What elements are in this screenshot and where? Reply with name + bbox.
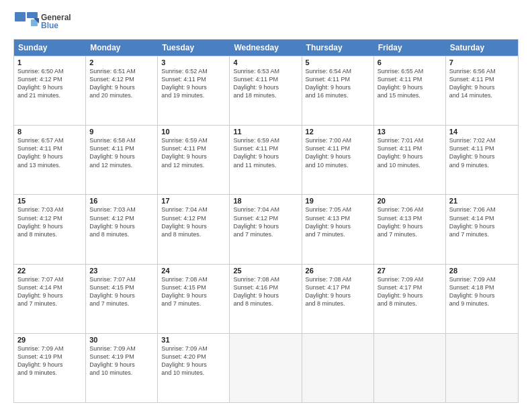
day-info: Sunrise: 6:57 AM Sunset: 4:11 PM Dayligh… <box>17 136 82 169</box>
day-number: 29 <box>17 336 82 344</box>
calendar-body: 1Sunrise: 6:50 AM Sunset: 4:12 PM Daylig… <box>14 56 518 402</box>
day-number: 31 <box>161 336 226 344</box>
logo-text-blue: Blue <box>41 21 71 30</box>
calendar-cell: 24Sunrise: 7:08 AM Sunset: 4:15 PM Dayli… <box>158 265 230 333</box>
svg-rect-1 <box>27 12 38 18</box>
day-number: 22 <box>17 267 82 275</box>
day-info: Sunrise: 7:08 AM Sunset: 4:15 PM Dayligh… <box>161 275 226 308</box>
header-day-thursday: Thursday <box>302 40 374 56</box>
day-number: 8 <box>17 128 82 136</box>
day-info: Sunrise: 7:09 AM Sunset: 4:18 PM Dayligh… <box>449 275 515 308</box>
header-day-sunday: Sunday <box>14 40 86 56</box>
calendar-cell: 25Sunrise: 7:08 AM Sunset: 4:16 PM Dayli… <box>230 265 302 333</box>
calendar: SundayMondayTuesdayWednesdayThursdayFrid… <box>13 39 519 403</box>
day-number: 11 <box>233 128 298 136</box>
day-number: 13 <box>378 128 442 136</box>
day-info: Sunrise: 7:06 AM Sunset: 4:13 PM Dayligh… <box>378 205 442 238</box>
calendar-cell: 22Sunrise: 7:07 AM Sunset: 4:14 PM Dayli… <box>14 265 86 333</box>
calendar-cell: 3Sunrise: 6:52 AM Sunset: 4:11 PM Daylig… <box>158 56 230 125</box>
calendar-cell: 15Sunrise: 7:03 AM Sunset: 4:12 PM Dayli… <box>14 195 86 263</box>
day-number: 24 <box>161 267 226 275</box>
calendar-cell: 23Sunrise: 7:07 AM Sunset: 4:15 PM Dayli… <box>86 265 158 333</box>
day-number: 2 <box>89 58 154 66</box>
calendar-cell: 14Sunrise: 7:02 AM Sunset: 4:11 PM Dayli… <box>446 126 518 194</box>
day-number: 17 <box>161 197 226 205</box>
header-day-saturday: Saturday <box>446 40 518 56</box>
calendar-week-3: 15Sunrise: 7:03 AM Sunset: 4:12 PM Dayli… <box>14 194 518 263</box>
calendar-cell <box>374 334 446 402</box>
day-info: Sunrise: 6:55 AM Sunset: 4:11 PM Dayligh… <box>378 67 442 100</box>
calendar-cell: 11Sunrise: 6:59 AM Sunset: 4:11 PM Dayli… <box>230 126 302 194</box>
calendar-cell: 31Sunrise: 7:09 AM Sunset: 4:20 PM Dayli… <box>158 334 230 402</box>
day-number: 9 <box>89 128 154 136</box>
day-info: Sunrise: 6:58 AM Sunset: 4:11 PM Dayligh… <box>89 136 154 169</box>
calendar-cell: 13Sunrise: 7:01 AM Sunset: 4:11 PM Dayli… <box>374 126 446 194</box>
day-number: 3 <box>161 58 226 66</box>
calendar-cell: 8Sunrise: 6:57 AM Sunset: 4:11 PM Daylig… <box>14 126 86 194</box>
day-number: 4 <box>233 58 298 66</box>
calendar-cell: 9Sunrise: 6:58 AM Sunset: 4:11 PM Daylig… <box>86 126 158 194</box>
calendar-week-1: 1Sunrise: 6:50 AM Sunset: 4:12 PM Daylig… <box>14 56 518 125</box>
calendar-cell: 28Sunrise: 7:09 AM Sunset: 4:18 PM Dayli… <box>446 265 518 333</box>
day-info: Sunrise: 7:09 AM Sunset: 4:19 PM Dayligh… <box>89 345 154 377</box>
day-number: 25 <box>233 267 298 275</box>
day-number: 10 <box>161 128 226 136</box>
calendar-cell: 12Sunrise: 7:00 AM Sunset: 4:11 PM Dayli… <box>302 126 374 194</box>
header: General Blue <box>13 11 519 32</box>
day-info: Sunrise: 7:04 AM Sunset: 4:12 PM Dayligh… <box>161 205 226 238</box>
calendar-cell: 18Sunrise: 7:04 AM Sunset: 4:12 PM Dayli… <box>230 195 302 263</box>
calendar-cell: 2Sunrise: 6:51 AM Sunset: 4:12 PM Daylig… <box>86 56 158 125</box>
day-info: Sunrise: 6:52 AM Sunset: 4:11 PM Dayligh… <box>161 67 226 100</box>
header-day-monday: Monday <box>86 40 158 56</box>
calendar-cell: 5Sunrise: 6:54 AM Sunset: 4:11 PM Daylig… <box>302 56 374 125</box>
header-day-friday: Friday <box>374 40 446 56</box>
day-info: Sunrise: 7:09 AM Sunset: 4:17 PM Dayligh… <box>378 275 442 308</box>
calendar-cell: 21Sunrise: 7:06 AM Sunset: 4:14 PM Dayli… <box>446 195 518 263</box>
day-number: 26 <box>306 267 370 275</box>
calendar-header: SundayMondayTuesdayWednesdayThursdayFrid… <box>14 40 518 56</box>
day-info: Sunrise: 7:09 AM Sunset: 4:20 PM Dayligh… <box>161 345 226 377</box>
calendar-cell: 30Sunrise: 7:09 AM Sunset: 4:19 PM Dayli… <box>86 334 158 402</box>
day-number: 7 <box>449 58 515 66</box>
logo-text-block: General Blue <box>41 13 71 30</box>
day-info: Sunrise: 7:03 AM Sunset: 4:12 PM Dayligh… <box>17 205 82 238</box>
day-number: 15 <box>17 197 82 205</box>
day-number: 28 <box>449 267 515 275</box>
day-number: 30 <box>89 336 154 344</box>
day-number: 14 <box>449 128 515 136</box>
calendar-cell: 16Sunrise: 7:03 AM Sunset: 4:12 PM Dayli… <box>86 195 158 263</box>
day-info: Sunrise: 6:50 AM Sunset: 4:12 PM Dayligh… <box>17 67 82 100</box>
day-info: Sunrise: 7:05 AM Sunset: 4:13 PM Dayligh… <box>306 205 370 238</box>
calendar-cell: 27Sunrise: 7:09 AM Sunset: 4:17 PM Dayli… <box>374 265 446 333</box>
calendar-cell: 20Sunrise: 7:06 AM Sunset: 4:13 PM Dayli… <box>374 195 446 263</box>
calendar-cell <box>302 334 374 402</box>
day-number: 5 <box>306 58 370 66</box>
day-number: 23 <box>89 267 154 275</box>
svg-rect-0 <box>15 12 26 21</box>
calendar-cell: 4Sunrise: 6:53 AM Sunset: 4:11 PM Daylig… <box>230 56 302 125</box>
logo: General Blue <box>13 11 71 32</box>
logo-container: General Blue <box>13 11 71 32</box>
day-info: Sunrise: 6:56 AM Sunset: 4:11 PM Dayligh… <box>449 67 515 100</box>
day-info: Sunrise: 7:03 AM Sunset: 4:12 PM Dayligh… <box>89 205 154 238</box>
day-info: Sunrise: 7:04 AM Sunset: 4:12 PM Dayligh… <box>233 205 298 238</box>
day-number: 19 <box>306 197 370 205</box>
day-info: Sunrise: 6:59 AM Sunset: 4:11 PM Dayligh… <box>161 136 226 169</box>
calendar-cell: 7Sunrise: 6:56 AM Sunset: 4:11 PM Daylig… <box>446 56 518 125</box>
day-number: 1 <box>17 58 82 66</box>
day-info: Sunrise: 7:09 AM Sunset: 4:19 PM Dayligh… <box>17 345 82 377</box>
day-info: Sunrise: 6:54 AM Sunset: 4:11 PM Dayligh… <box>306 67 370 100</box>
day-number: 12 <box>306 128 370 136</box>
calendar-cell: 29Sunrise: 7:09 AM Sunset: 4:19 PM Dayli… <box>14 334 86 402</box>
day-number: 16 <box>89 197 154 205</box>
day-info: Sunrise: 6:51 AM Sunset: 4:12 PM Dayligh… <box>89 67 154 100</box>
header-day-wednesday: Wednesday <box>230 40 302 56</box>
day-info: Sunrise: 7:07 AM Sunset: 4:15 PM Dayligh… <box>89 275 154 308</box>
page: General Blue SundayMondayTuesdayWednesda… <box>0 0 532 411</box>
calendar-cell: 26Sunrise: 7:08 AM Sunset: 4:17 PM Dayli… <box>302 265 374 333</box>
calendar-cell: 1Sunrise: 6:50 AM Sunset: 4:12 PM Daylig… <box>14 56 86 125</box>
day-info: Sunrise: 7:08 AM Sunset: 4:16 PM Dayligh… <box>233 275 298 308</box>
header-day-tuesday: Tuesday <box>158 40 230 56</box>
calendar-week-2: 8Sunrise: 6:57 AM Sunset: 4:11 PM Daylig… <box>14 125 518 194</box>
day-number: 21 <box>449 197 515 205</box>
